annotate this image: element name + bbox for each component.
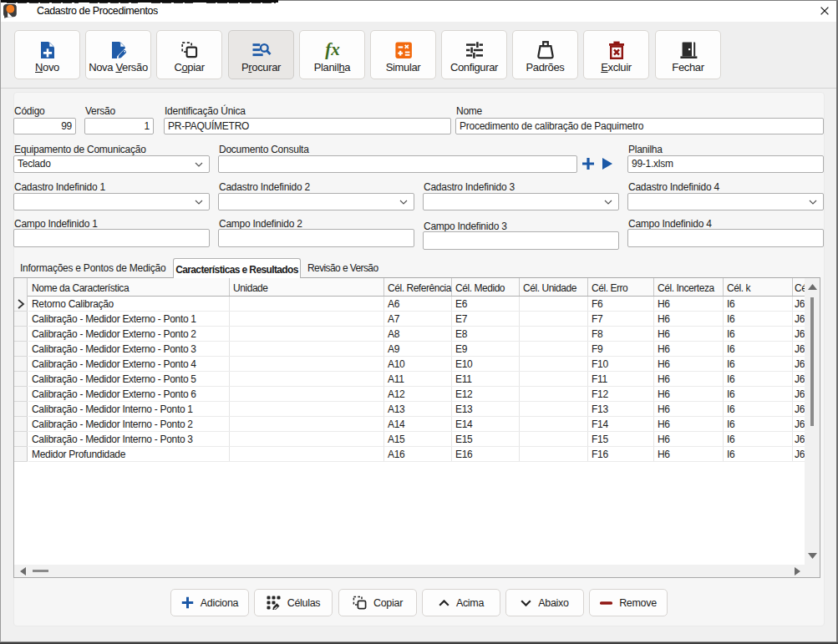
svg-text:fx: fx (325, 39, 340, 59)
